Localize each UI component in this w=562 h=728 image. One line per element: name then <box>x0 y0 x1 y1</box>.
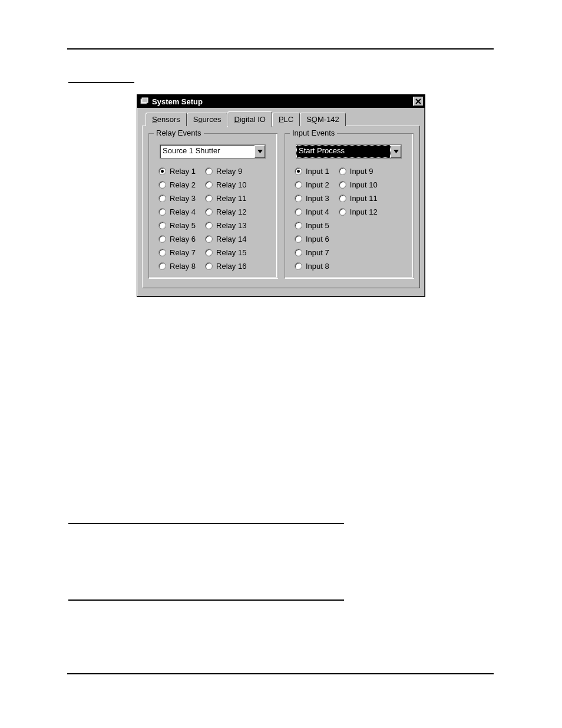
radio-dot-icon <box>295 181 302 189</box>
radio-label: Relay 1 <box>170 167 196 176</box>
chevron-down-icon <box>394 150 399 153</box>
radio-label: Input 5 <box>306 221 329 230</box>
radio-input-input-12[interactable]: Input 12 <box>339 207 378 216</box>
section-underline-2 <box>68 599 344 601</box>
tab-digital-io[interactable]: Digital IO <box>227 111 272 127</box>
radio-input-input-10[interactable]: Input 10 <box>339 180 378 189</box>
radio-input-input-3[interactable]: Input 3 <box>295 194 329 203</box>
chevron-down-icon <box>257 150 263 153</box>
radio-label: Input 1 <box>306 167 329 176</box>
tab-sensors[interactable]: Sensors <box>146 113 187 126</box>
radio-input-input-6[interactable]: Input 6 <box>295 235 329 243</box>
radio-dot-icon <box>295 167 302 175</box>
radio-dot-icon <box>295 235 302 243</box>
radio-relay-relay-16[interactable]: Relay 16 <box>205 262 246 271</box>
close-icon <box>415 98 421 104</box>
radio-label: Input 11 <box>350 194 378 203</box>
radio-label: Relay 13 <box>216 221 246 230</box>
radio-input-input-2[interactable]: Input 2 <box>295 180 329 189</box>
radio-relay-relay-15[interactable]: Relay 15 <box>205 248 246 257</box>
tab-sources[interactable]: Sources <box>187 113 228 126</box>
radio-dot-icon <box>205 222 213 229</box>
radio-relay-relay-6[interactable]: Relay 6 <box>158 235 196 243</box>
input-col-2: Input 9Input 10Input 11Input 12 <box>339 167 378 271</box>
input-col-1: Input 1Input 2Input 3Input 4Input 5Input… <box>295 167 329 271</box>
radio-label: Input 2 <box>306 180 329 189</box>
section-underline-1 <box>68 523 344 524</box>
radio-relay-relay-2[interactable]: Relay 2 <box>158 180 196 189</box>
radio-label: Input 6 <box>306 235 329 243</box>
radio-dot-icon <box>295 208 302 216</box>
radio-label: Relay 8 <box>170 262 196 271</box>
input-event-dropdown-button[interactable] <box>391 145 401 158</box>
radio-label: Relay 4 <box>170 207 196 216</box>
radio-dot-icon <box>339 195 346 202</box>
radio-relay-relay-8[interactable]: Relay 8 <box>158 262 196 271</box>
radio-dot-icon <box>158 235 166 243</box>
radio-label: Relay 15 <box>216 248 246 257</box>
radio-relay-relay-14[interactable]: Relay 14 <box>205 235 246 243</box>
radio-label: Relay 10 <box>216 180 246 189</box>
radio-dot-icon <box>205 181 213 189</box>
radio-label: Input 4 <box>306 207 329 216</box>
radio-relay-relay-1[interactable]: Relay 1 <box>158 167 196 176</box>
relay-event-value: Source 1 Shutter <box>160 145 254 158</box>
tab-plc[interactable]: PLC <box>272 113 300 126</box>
system-setup-dialog: System Setup SensorsSourcesDigital IOPLC… <box>137 94 425 297</box>
page-top-rule <box>67 48 494 50</box>
radio-dot-icon <box>158 181 166 189</box>
radio-input-input-7[interactable]: Input 7 <box>295 248 329 257</box>
radio-input-input-9[interactable]: Input 9 <box>339 167 378 176</box>
svg-rect-1 <box>142 98 148 103</box>
radio-input-input-4[interactable]: Input 4 <box>295 207 329 216</box>
svg-marker-4 <box>257 150 263 153</box>
tab-sqm-142[interactable]: SQM-142 <box>300 113 346 126</box>
radio-relay-relay-3[interactable]: Relay 3 <box>158 194 196 203</box>
radio-dot-icon <box>295 262 302 270</box>
relay-events-legend: Relay Events <box>154 129 204 137</box>
radio-dot-icon <box>205 208 213 216</box>
radio-dot-icon <box>205 249 213 256</box>
radio-dot-icon <box>295 195 302 202</box>
radio-label: Input 10 <box>350 180 378 189</box>
radio-input-input-8[interactable]: Input 8 <box>295 262 329 271</box>
radio-dot-icon <box>205 167 213 175</box>
close-button[interactable] <box>413 97 424 106</box>
svg-marker-5 <box>394 150 399 153</box>
radio-input-input-5[interactable]: Input 5 <box>295 221 329 230</box>
radio-label: Relay 12 <box>216 207 246 216</box>
radio-relay-relay-13[interactable]: Relay 13 <box>205 221 246 230</box>
radio-input-input-11[interactable]: Input 11 <box>339 194 378 203</box>
radio-label: Relay 11 <box>216 194 246 203</box>
radio-relay-relay-4[interactable]: Relay 4 <box>158 207 196 216</box>
relay-event-select[interactable]: Source 1 Shutter <box>160 144 266 159</box>
dialog-client: SensorsSourcesDigital IOPLCSQM-142 Relay… <box>137 108 425 297</box>
relay-events-group: Relay Events Source 1 Shutter Relay 1Rel… <box>148 133 277 278</box>
radio-dot-icon <box>339 167 346 175</box>
input-event-select[interactable]: Start Process <box>296 144 402 159</box>
radio-relay-relay-11[interactable]: Relay 11 <box>205 194 246 203</box>
radio-dot-icon <box>205 262 213 270</box>
relay-event-dropdown-button[interactable] <box>254 145 265 158</box>
radio-input-input-1[interactable]: Input 1 <box>295 167 329 176</box>
radio-relay-relay-9[interactable]: Relay 9 <box>205 167 246 176</box>
radio-dot-icon <box>205 235 213 243</box>
radio-dot-icon <box>158 195 166 202</box>
radio-dot-icon <box>295 222 302 229</box>
radio-relay-relay-12[interactable]: Relay 12 <box>205 207 246 216</box>
input-radio-columns: Input 1Input 2Input 3Input 4Input 5Input… <box>291 167 407 271</box>
radio-dot-icon <box>158 222 166 229</box>
radio-relay-relay-5[interactable]: Relay 5 <box>158 221 196 230</box>
tabstrip: SensorsSourcesDigital IOPLCSQM-142 <box>142 111 420 126</box>
radio-dot-icon <box>339 181 346 189</box>
radio-dot-icon <box>158 167 166 175</box>
radio-relay-relay-10[interactable]: Relay 10 <box>205 180 246 189</box>
radio-relay-relay-7[interactable]: Relay 7 <box>158 248 196 257</box>
radio-label: Input 3 <box>306 194 329 203</box>
relay-col-1: Relay 1Relay 2Relay 3Relay 4Relay 5Relay… <box>158 167 196 271</box>
radio-dot-icon <box>158 262 166 270</box>
radio-label: Relay 2 <box>170 180 196 189</box>
radio-label: Input 7 <box>306 248 329 257</box>
app-icon <box>140 97 149 106</box>
tab-panel-digital-io: Relay Events Source 1 Shutter Relay 1Rel… <box>142 126 420 288</box>
